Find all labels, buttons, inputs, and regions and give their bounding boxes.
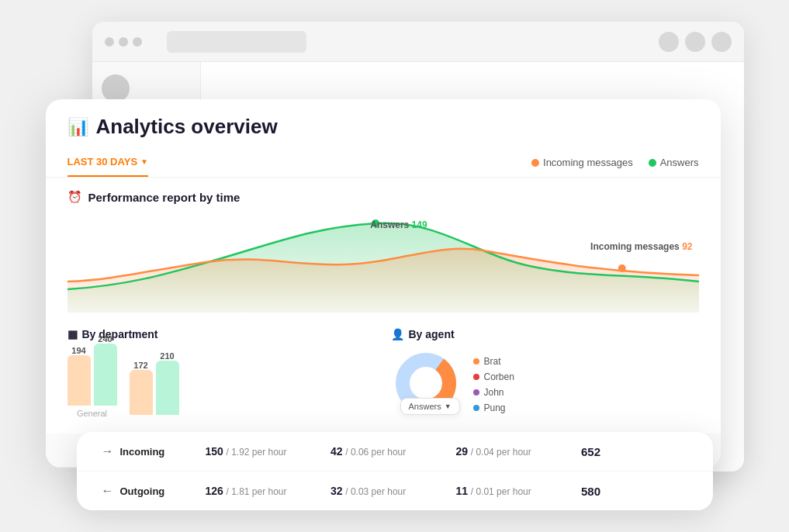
incoming-label: Incoming messages 92 <box>590 241 692 252</box>
bar-group-2: 172 210 <box>130 351 179 418</box>
bar-green-2 <box>156 361 179 415</box>
maximize-dot <box>133 37 142 47</box>
agent-section: 👤 By agent Answers ▼ <box>391 328 699 421</box>
cell-outgoing-messages: 126 / 1.81 per hour <box>196 472 322 510</box>
page-title: Analytics overview <box>96 115 278 139</box>
john-dot <box>473 389 479 396</box>
cell-incoming-messages: 150 / 1.92 per hour <box>196 433 322 470</box>
tab-dropdown[interactable]: LAST 30 DAYS ▼ <box>67 156 148 168</box>
cell-outgoing-total: 580 <box>572 472 697 510</box>
legend-incoming: Incoming messages <box>531 157 633 168</box>
legend-answers: Answers <box>649 157 699 168</box>
cell-outgoing-calls: 11 / 0.01 per hour <box>447 472 573 510</box>
brat-dot <box>473 358 479 364</box>
cell-incoming-chats: 42 / 0.06 per hour <box>321 433 447 470</box>
bar-label-194: 194 <box>67 346 91 355</box>
toolbar-icon-2 <box>685 32 705 52</box>
toolbar-icons <box>659 32 732 52</box>
table-row-incoming: → Incoming 150 / 1.92 per hour 42 / 0.06… <box>77 432 713 472</box>
bar-label-240: 240 <box>94 334 117 344</box>
clock-icon: ⏰ <box>67 190 82 204</box>
browser-toolbar <box>92 22 744 62</box>
bottom-section: ▦ By department 194 240 <box>46 322 721 421</box>
dept-bar-chart: 194 240 General <box>67 348 375 418</box>
analytics-card: 📊 Analytics overview LAST 30 DAYS ▼ Inco… <box>46 99 721 468</box>
donut-wrapper: Answers ▼ <box>391 348 461 421</box>
outgoing-arrow-icon: ← <box>102 484 114 498</box>
card-header: 📊 Analytics overview <box>46 99 721 139</box>
bar-wrapper-orange-2: 172 <box>130 361 153 415</box>
row-label-outgoing: ← Outgoing <box>92 472 196 510</box>
title-section: 📊 Analytics overview <box>67 115 278 139</box>
legend-item-corben: Corben <box>473 371 514 382</box>
performance-chart: Answers 149 Incoming messages 92 <box>67 212 699 313</box>
bar-group-1: 194 240 General <box>67 334 117 418</box>
bar-label-210: 210 <box>156 351 179 361</box>
dept-label-general: General <box>77 409 107 418</box>
bar-pair-1: 194 240 <box>67 334 117 406</box>
bar-wrapper-orange-1: 194 <box>67 346 91 406</box>
agent-icon: 👤 <box>391 328 404 340</box>
tab-last-30-days[interactable]: LAST 30 DAYS ▼ <box>67 148 148 177</box>
cell-outgoing-chats: 32 / 0.03 per hour <box>321 472 447 510</box>
tabs-bar: LAST 30 DAYS ▼ Incoming messages Answers <box>46 148 721 178</box>
incoming-arrow-icon: → <box>102 444 114 458</box>
row-label-incoming: → Incoming <box>92 432 196 471</box>
donut-dropdown[interactable]: Answers ▼ <box>400 398 460 415</box>
sidebar-avatar <box>102 74 130 102</box>
legend-item-pung: Pung <box>473 402 514 413</box>
toolbar-icon-3 <box>711 32 732 52</box>
cell-incoming-calls: 29 / 0.04 per hour <box>447 433 573 470</box>
donut-area: Answers ▼ Brat Corben <box>391 348 699 421</box>
table-row-outgoing: ← Outgoing 126 / 1.81 per hour 32 / 0.03… <box>77 472 713 510</box>
incoming-peak-dot <box>618 264 625 272</box>
dropdown-chevron-icon: ▼ <box>445 402 452 410</box>
url-bar-bg <box>167 31 306 53</box>
bar-orange-1 <box>67 355 91 406</box>
answers-dot <box>649 159 656 167</box>
answers-label: Answers 149 <box>370 219 427 230</box>
bar-label-172: 172 <box>130 361 153 370</box>
table-card: → Incoming 150 / 1.92 per hour 42 / 0.06… <box>77 432 713 510</box>
chart-legend: Incoming messages Answers <box>531 157 698 168</box>
incoming-dot <box>531 159 539 167</box>
close-dot <box>105 37 114 47</box>
corben-dot <box>473 374 479 380</box>
bar-pair-2: 172 210 <box>130 351 179 415</box>
legend-item-john: John <box>473 387 514 398</box>
bar-wrapper-green-1: 240 <box>94 334 117 406</box>
minimize-dot <box>119 37 128 47</box>
chevron-down-icon: ▼ <box>140 157 148 166</box>
bar-wrapper-green-2: 210 <box>156 351 179 415</box>
analytics-icon: 📊 <box>67 117 88 137</box>
window-controls <box>105 37 142 47</box>
bar-orange-2 <box>130 370 153 415</box>
donut-legend: Brat Corben John Pung <box>473 356 514 413</box>
cell-incoming-total: 652 <box>572 433 697 471</box>
pung-dot <box>473 405 479 411</box>
bar-green-1 <box>94 344 117 406</box>
department-section: ▦ By department 194 240 <box>67 328 375 421</box>
performance-title: ⏰ Performance report by time <box>67 190 699 204</box>
toolbar-icon-1 <box>659 32 679 52</box>
legend-item-brat: Brat <box>473 356 514 367</box>
agent-title: 👤 By agent <box>391 328 699 340</box>
performance-section: ⏰ Performance report by time <box>46 178 721 322</box>
